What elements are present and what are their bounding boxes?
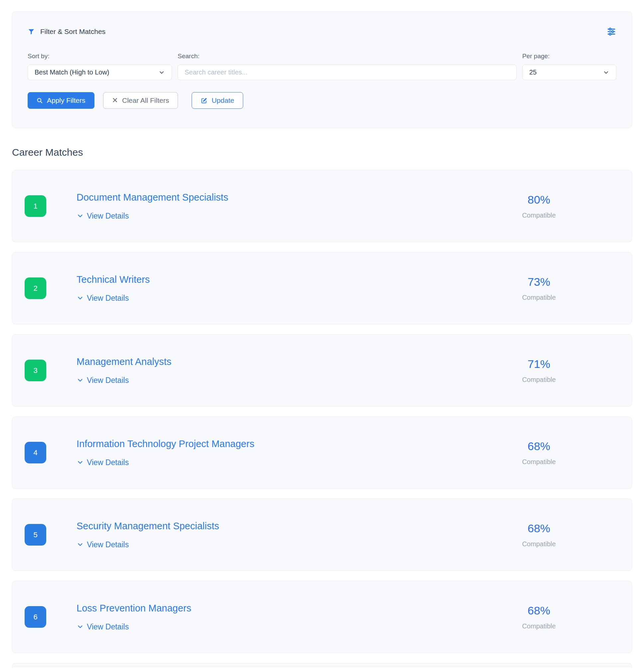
apply-filters-button[interactable]: Apply Filters	[28, 92, 95, 109]
compatibility-label: Compatible	[496, 540, 582, 548]
compatibility-label: Compatible	[496, 294, 582, 301]
view-details-link[interactable]: View Details	[76, 458, 496, 467]
rank-badge: 5	[25, 524, 46, 545]
view-details-link[interactable]: View Details	[76, 376, 496, 385]
compatibility-label: Compatible	[496, 212, 582, 219]
sort-by-select[interactable]: Best Match (High to Low)	[28, 65, 172, 80]
chevron-down-icon	[76, 623, 84, 630]
page-title: Career Matches	[12, 147, 632, 158]
compatibility-percent: 68%	[496, 522, 582, 535]
match-card: 5 Security Management Specialists View D…	[12, 499, 632, 571]
match-title[interactable]: Document Management Specialists	[76, 192, 496, 203]
rank-badge: 6	[25, 606, 46, 628]
chevron-down-icon	[76, 541, 84, 548]
search-input[interactable]	[177, 65, 517, 80]
view-details-label: View Details	[87, 623, 129, 631]
match-title[interactable]: Technical Writers	[76, 274, 496, 285]
x-icon: ✕	[112, 96, 118, 105]
match-card: 2 Technical Writers View Details 73% Com…	[12, 252, 632, 324]
rank-badge: 2	[25, 277, 46, 299]
match-title[interactable]: Loss Prevention Managers	[76, 603, 496, 614]
per-page-select[interactable]: 25	[522, 65, 616, 80]
match-card: 3 Management Analysts View Details 71% C…	[12, 334, 632, 407]
sort-by-value: Best Match (High to Low)	[34, 69, 110, 76]
update-label: Update	[212, 97, 234, 104]
match-title[interactable]: Management Analysts	[76, 356, 496, 367]
search-icon	[37, 98, 43, 104]
view-details-link[interactable]: View Details	[76, 540, 496, 549]
chevron-down-icon	[76, 295, 84, 302]
compatibility-label: Compatible	[496, 376, 582, 384]
compatibility-percent: 68%	[496, 604, 582, 617]
match-title[interactable]: Information Technology Project Managers	[76, 439, 496, 450]
view-details-link[interactable]: View Details	[76, 623, 496, 631]
match-card: 4 Information Technology Project Manager…	[12, 416, 632, 489]
search-label: Search:	[177, 53, 517, 60]
match-card: 6 Loss Prevention Managers View Details …	[12, 581, 632, 653]
edit-icon	[201, 97, 207, 104]
clear-filters-label: Clear All Filters	[122, 97, 169, 104]
compatibility-percent: 71%	[496, 358, 582, 371]
view-details-label: View Details	[87, 376, 129, 385]
per-page-value: 25	[529, 69, 536, 76]
sort-by-label: Sort by:	[28, 53, 172, 60]
update-button[interactable]: Update	[191, 92, 243, 109]
funnel-icon	[28, 28, 35, 35]
rank-badge: 1	[25, 195, 46, 217]
chevron-down-icon	[76, 459, 84, 466]
filter-panel-header: Filter & Sort Matches	[28, 27, 616, 37]
chevron-down-icon	[603, 69, 610, 76]
compatibility-label: Compatible	[496, 458, 582, 466]
view-details-link[interactable]: View Details	[76, 294, 496, 303]
compatibility-percent: 73%	[496, 275, 582, 288]
view-details-label: View Details	[87, 540, 129, 549]
rank-badge: 3	[25, 360, 46, 381]
compatibility-percent: 68%	[496, 440, 582, 453]
rank-badge: 4	[25, 442, 46, 464]
filter-panel: Filter & Sort Matches Sort by: Best Matc…	[12, 12, 632, 128]
view-details-label: View Details	[87, 458, 129, 467]
compatibility-label: Compatible	[496, 623, 582, 630]
view-details-link[interactable]: View Details	[76, 212, 496, 220]
per-page-label: Per page:	[522, 53, 616, 60]
match-list: 1 Document Management Specialists View D…	[0, 170, 644, 653]
chevron-down-icon	[76, 376, 84, 384]
compatibility-percent: 80%	[496, 193, 582, 206]
filter-panel-title: Filter & Sort Matches	[40, 28, 105, 35]
chevron-down-icon	[76, 212, 84, 219]
clear-filters-button[interactable]: ✕ Clear All Filters	[103, 92, 178, 109]
view-details-label: View Details	[87, 212, 129, 220]
view-details-label: View Details	[87, 294, 129, 303]
sliders-icon[interactable]	[606, 27, 616, 37]
apply-filters-label: Apply Filters	[47, 97, 85, 104]
match-card-partial	[12, 663, 632, 668]
match-title[interactable]: Security Management Specialists	[76, 521, 496, 531]
match-card: 1 Document Management Specialists View D…	[12, 170, 632, 242]
chevron-down-icon	[158, 69, 165, 76]
